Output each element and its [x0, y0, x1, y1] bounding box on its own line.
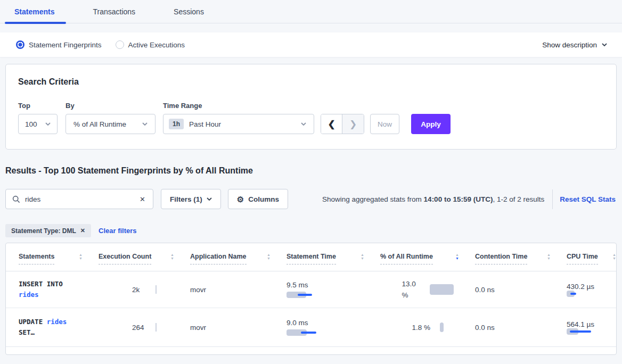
- search-input[interactable]: [25, 195, 138, 203]
- chevron-down-icon: [301, 122, 306, 126]
- table-row: UPDATE ridesSET…264movr9.0 ms1.8 %0.0 ns…: [6, 308, 616, 346]
- statement-time-value: 9.5 ms: [287, 281, 380, 289]
- show-description-label: Show description: [542, 41, 597, 49]
- by-label: By: [66, 102, 156, 110]
- application-name-value: movr: [190, 315, 287, 340]
- sort-desc-icon: ▼: [267, 257, 271, 261]
- sort-desc-icon: ▼: [170, 257, 174, 261]
- showing-stats-range: 14:00 to 15:59 (UTC): [424, 195, 493, 203]
- remove-filter-icon[interactable]: ✕: [80, 227, 85, 234]
- radio-icon: [116, 40, 124, 49]
- view-mode-bar: Statement FingerprintsActive Executions …: [0, 32, 622, 57]
- statement-code-line: rides: [19, 289, 99, 300]
- gear-icon: ⚙: [237, 195, 244, 203]
- search-criteria-panel: Search Criteria Top 100 By % of All Runt…: [5, 64, 617, 150]
- columns-button[interactable]: ⚙ Columns: [228, 189, 288, 209]
- time-range-select[interactable]: 1h Past Hour: [163, 114, 314, 134]
- statement-time-cell: 9.5 ms: [287, 278, 380, 301]
- time-range-label: Time Range: [163, 102, 314, 110]
- cpu-time-value: 430.2 µs: [567, 283, 617, 291]
- cpu-time-cell: 430.2 µs: [567, 278, 617, 301]
- column-header-execution-count[interactable]: Execution Count▲▼: [99, 253, 190, 264]
- clear-search-icon[interactable]: ✕: [138, 194, 146, 204]
- statement-code-line: UPDATE rides: [19, 317, 99, 327]
- top-label: Top: [18, 102, 58, 110]
- results-heading: Results - Top 100 Statement Fingerprints…: [5, 166, 617, 176]
- view-mode-radio-group: Statement FingerprintsActive Executions: [16, 40, 185, 49]
- top-select-value: 100: [25, 120, 37, 128]
- cpu-time-bar: [567, 291, 576, 297]
- sort-icons[interactable]: ▲▼: [455, 253, 459, 261]
- sort-icons[interactable]: ▲▼: [361, 253, 364, 261]
- sort-icons[interactable]: ▲▼: [547, 253, 551, 261]
- column-header-statement-time[interactable]: Statement Time▲▼: [287, 253, 380, 264]
- column-header-label: Execution Count: [99, 253, 151, 264]
- by-select-value: % of All Runtime: [73, 120, 126, 128]
- statement-code-line: SET…: [19, 327, 99, 338]
- search-criteria-title: Search Criteria: [18, 77, 603, 87]
- search-icon: [12, 195, 20, 203]
- active-filters-row: Statement Type: DML ✕ Clear filters: [5, 224, 617, 237]
- tab-statements[interactable]: Statements: [14, 7, 66, 23]
- column-header-label: Application Name: [190, 253, 247, 264]
- table-row: INSERT INTOrides2kmovr9.5 ms13.0 %0.0 ns…: [6, 271, 616, 308]
- execution-count-value: 264: [132, 324, 156, 332]
- radio-statement-fingerprints[interactable]: Statement Fingerprints: [16, 40, 102, 49]
- time-range-badge: 1h: [169, 119, 184, 129]
- statement-text: UPDATE: [19, 318, 47, 326]
- cpu-time-bar: [567, 328, 591, 335]
- statement-link[interactable]: rides: [47, 318, 67, 326]
- time-range-value: Past Hour: [189, 120, 221, 128]
- top-tabbar: StatementsTransactionsSessions: [0, 0, 622, 23]
- apply-button[interactable]: Apply: [411, 114, 451, 134]
- execution-count-cell: 264: [99, 315, 190, 340]
- now-button[interactable]: Now: [370, 114, 399, 134]
- results-controls-row: ✕ Filters (1) ⚙ Columns Showing aggregat…: [5, 189, 617, 209]
- execution-count-value: 2k: [132, 286, 156, 294]
- column-header-statements[interactable]: Statements▲▼: [19, 253, 99, 264]
- tab-sessions[interactable]: Sessions: [174, 7, 216, 23]
- sort-icons[interactable]: ▲▼: [267, 253, 271, 261]
- pct-runtime-bar: [440, 322, 444, 332]
- tab-transactions[interactable]: Transactions: [93, 7, 147, 23]
- time-prev-button[interactable]: ❮: [321, 114, 342, 134]
- statement-text: SET…: [19, 328, 35, 336]
- column-header-application-name[interactable]: Application Name▲▼: [190, 253, 287, 264]
- clear-filters-link[interactable]: Clear filters: [99, 227, 137, 235]
- by-select[interactable]: % of All Runtime: [66, 114, 156, 134]
- sort-desc-icon: ▼: [455, 257, 459, 261]
- table-body: INSERT INTOrides2kmovr9.5 ms13.0 %0.0 ns…: [6, 271, 616, 347]
- reset-sql-stats-link[interactable]: Reset SQL Stats: [560, 195, 617, 203]
- sort-icons[interactable]: ▲▼: [170, 253, 174, 261]
- radio-active-executions[interactable]: Active Executions: [116, 40, 185, 49]
- chevron-right-icon: ❯: [349, 119, 357, 130]
- statement-link[interactable]: rides: [19, 291, 39, 299]
- execution-count-bar: [156, 285, 157, 294]
- radio-icon: [16, 40, 24, 49]
- filter-chip-label: Statement Type: DML: [11, 227, 76, 235]
- statement-code-line: INSERT INTO: [19, 279, 99, 289]
- pct-runtime-value: 13.0 %: [402, 278, 424, 301]
- column-header-of-all-runtime[interactable]: % of All Runtime▲▼: [380, 253, 475, 264]
- column-header-label: Statement Time: [287, 253, 336, 264]
- top-select[interactable]: 100: [18, 114, 58, 134]
- pct-runtime-cell: 1.8 %: [380, 315, 475, 340]
- show-description-toggle[interactable]: Show description: [542, 41, 607, 49]
- contention-time-value: 0.0 ns: [475, 278, 567, 301]
- application-name-value: movr: [190, 278, 287, 301]
- filters-button[interactable]: Filters (1): [161, 189, 221, 209]
- time-nav-group: ❮ ❯: [321, 114, 364, 134]
- sort-icons[interactable]: ▲▼: [612, 253, 616, 261]
- statement-text: INSERT INTO: [19, 280, 63, 288]
- cpu-time-cell: 564.1 µs: [567, 315, 617, 340]
- column-header-label: Statements: [19, 253, 54, 264]
- statement-time-value: 9.0 ms: [287, 319, 380, 327]
- columns-button-label: Columns: [248, 195, 279, 203]
- sort-desc-icon: ▼: [612, 257, 616, 261]
- column-header-label: Contention Time: [475, 253, 527, 264]
- column-header-contention-time[interactable]: Contention Time▲▼: [475, 253, 567, 264]
- sort-icons[interactable]: ▲▼: [79, 253, 83, 261]
- filter-chip-statement-type[interactable]: Statement Type: DML ✕: [5, 224, 91, 237]
- time-next-button[interactable]: ❯: [342, 114, 364, 134]
- column-header-cpu-time[interactable]: CPU Time▲▼: [567, 253, 617, 264]
